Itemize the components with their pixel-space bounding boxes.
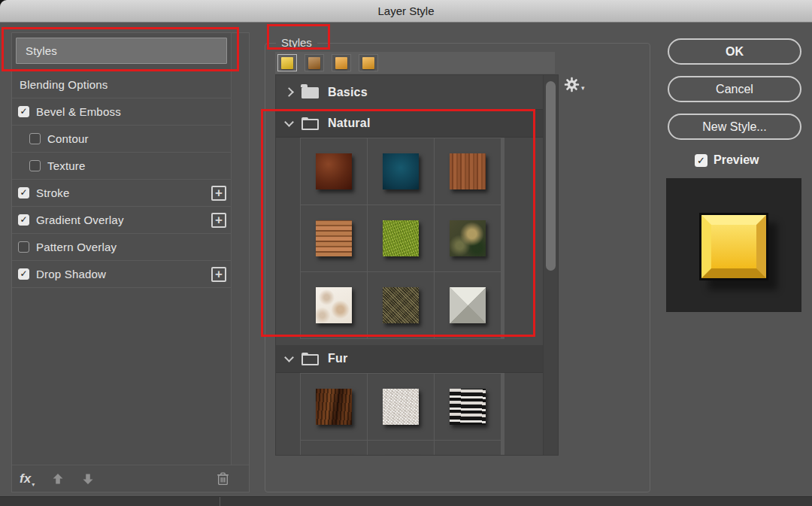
swatch-color [308,57,320,69]
effect-checkbox-pattern-overlay[interactable] [18,241,29,253]
style-group-name: Basics [328,86,368,99]
dialog-body: StylesBlending Options✓Bevel & EmbossCon… [0,23,812,496]
up-arrow-icon [51,472,65,486]
chevron-down-icon [284,353,294,362]
sidebar-item-texture[interactable]: Texture [12,153,231,180]
scrollbar-thumb[interactable] [546,81,556,271]
sidebar-item-label: Styles [26,44,57,57]
style-item-dark-gravel[interactable] [368,272,434,338]
swatch-color [335,57,347,69]
folder-icon [301,87,319,98]
style-swatch-yellow[interactable] [277,54,297,71]
swatch-color [362,57,374,69]
styles-groups: BasicsNaturalFur [276,75,543,456]
style-swatch-amber[interactable] [359,54,378,71]
cancel-button[interactable]: Cancel [668,76,801,102]
fx-menu-button[interactable]: fx ▾ [20,471,35,486]
add-effect-button-stroke[interactable]: + [211,186,226,201]
sidebar-item-label: Gradient Overlay [36,214,124,226]
style-group-header-natural[interactable]: Natural [276,110,543,138]
sidebar-item-label: Pattern Overlay [36,241,117,253]
style-grid-natural [300,138,504,339]
dialog-titlebar: Layer Style [0,0,812,23]
styles-browser: BasicsNaturalFur [275,74,559,456]
style-thumbnail-teal-denim [383,153,419,189]
sidebar-item-stroke[interactable]: ✓Stroke+ [12,180,231,207]
effect-checkbox-contour[interactable] [29,133,41,144]
style-group-header-fur[interactable]: Fur [276,345,543,373]
preview-panel [666,178,801,312]
background-divider [220,497,220,506]
preview-thumbnail [699,213,768,280]
style-thumbnail-wood-grain [450,153,486,189]
effects-list: StylesBlending Options✓Bevel & EmbossCon… [12,33,231,465]
sidebar-item-label: Drop Shadow [36,268,106,280]
style-item-dark-fur[interactable] [368,441,434,456]
style-grid-fur [300,373,504,456]
move-effect-up-button[interactable] [51,472,65,486]
effect-checkbox-stroke[interactable]: ✓ [18,187,29,198]
style-thumbnail-wood-planks [316,220,352,256]
style-item-leopard[interactable] [301,441,367,456]
style-item-empty [435,441,501,456]
sidebar-item-gradient-overlay[interactable]: ✓Gradient Overlay+ [12,207,231,234]
styles-options-menu-button[interactable]: ▾ [564,77,585,92]
styles-group-label: Styles [276,36,317,49]
fx-icon: fx [20,471,31,486]
style-thumbnail-brown-fur [316,389,352,425]
style-item-zebra[interactable] [435,374,501,440]
style-item-wood-grain[interactable] [435,138,501,205]
style-thumbnail-grass [383,220,419,256]
style-thumbnail-metal-pyramid [450,287,486,323]
sidebar-item-pattern-overlay[interactable]: Pattern Overlay [12,234,231,261]
sidebar-item-drop-shadow[interactable]: ✓Drop Shadow+ [12,261,231,288]
style-item-grass[interactable] [368,205,434,271]
effect-checkbox-bevel-emboss[interactable]: ✓ [18,106,29,117]
style-item-white-fur[interactable] [368,374,434,440]
styles-group-box: Styles BasicsNaturalFur [265,43,650,492]
layer-style-dialog: Layer Style StylesBlending Options✓Bevel… [0,0,812,506]
effect-checkbox-drop-shadow[interactable]: ✓ [18,268,29,280]
style-thumbnail-moss-stone [450,220,486,256]
move-effect-down-button[interactable] [81,472,95,486]
add-effect-button-drop-shadow[interactable]: + [211,267,226,282]
style-group-header-basics[interactable]: Basics [276,75,543,110]
style-item-brown-fur[interactable] [301,374,367,440]
preview-checkbox[interactable]: ✓ [695,154,707,167]
folder-icon [301,354,319,365]
style-item-moss-stone[interactable] [435,205,501,271]
background-behind-dialog [0,496,812,506]
preview-option: ✓ Preview [695,153,759,167]
gear-caret-icon: ▾ [581,84,585,92]
style-item-teal-denim[interactable] [368,138,434,205]
sidebar-item-contour[interactable]: Contour [12,126,231,153]
sidebar-item-bevel-emboss[interactable]: ✓Bevel & Emboss [12,98,231,126]
sidebar-item-label: Blending Options [20,78,108,91]
effect-checkbox-gradient-overlay[interactable]: ✓ [18,214,29,226]
style-swatch-brown[interactable] [304,54,324,71]
sidebar-item-label: Stroke [36,186,70,199]
down-arrow-icon [81,472,95,486]
delete-effect-button[interactable] [217,471,229,486]
style-item-metal-pyramid[interactable] [435,272,501,338]
sidebar-item-blending-options[interactable]: Blending Options [12,71,231,98]
add-effect-button-gradient-overlay[interactable]: + [211,213,226,228]
style-item-wood-planks[interactable] [301,205,367,271]
style-thumbnail-white-marble [316,287,352,323]
style-group-name: Natural [328,117,371,130]
effects-list-scrollbar[interactable] [231,33,249,465]
new-style-button[interactable]: New Style... [668,114,801,140]
style-item-rust-leather[interactable] [301,138,367,205]
styles-browser-scrollbar[interactable] [543,75,558,455]
ok-button[interactable]: OK [668,38,801,65]
swatch-color [281,57,293,69]
preview-bevel-square [701,215,766,278]
effect-checkbox-texture[interactable] [29,160,41,171]
fx-caret-icon: ▾ [32,481,35,488]
sidebar-item-styles[interactable]: Styles [12,38,231,71]
sidebar-item-label: Texture [47,159,86,172]
style-item-white-marble[interactable] [301,272,367,338]
sidebar-item-label: Bevel & Emboss [36,105,121,118]
style-swatch-orange[interactable] [332,54,351,71]
chevron-down-icon [284,117,294,127]
